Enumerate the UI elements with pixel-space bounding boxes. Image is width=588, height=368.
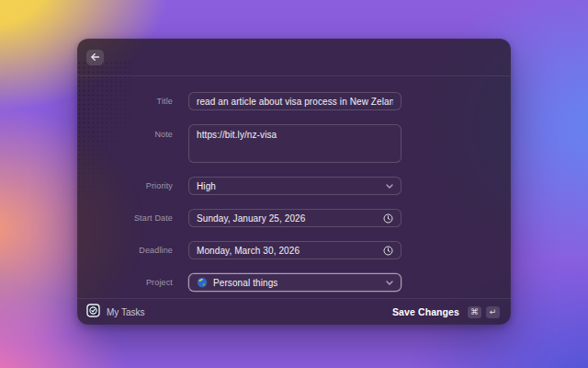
my-tasks-app-icon (86, 304, 100, 321)
globe-icon (197, 277, 208, 288)
priority-dropdown[interactable]: High (188, 177, 401, 195)
desktop-background: Title read an article about visa process… (0, 0, 588, 368)
note-value: https://bit.ly/nz-visa (197, 130, 393, 140)
form-row-deadline: Deadline Monday, March 30, 2026 (77, 241, 511, 259)
edit-task-window: Title read an article about visa process… (77, 39, 511, 325)
form-row-start-date: Start Date Sunday, January 25, 2026 (77, 209, 511, 227)
window-header (77, 39, 511, 76)
task-form: Title read an article about visa process… (77, 76, 511, 292)
command-key-icon: ⌘ (468, 306, 481, 318)
chevron-down-icon (386, 281, 393, 285)
project-label: Project (77, 278, 173, 287)
priority-label: Priority (77, 181, 173, 190)
start-date-label: Start Date (77, 213, 173, 223)
return-key-icon: ↵ (486, 306, 500, 318)
start-date-picker[interactable]: Sunday, January 25, 2026 (188, 209, 401, 227)
app-name: My Tasks (107, 307, 145, 317)
deadline-picker[interactable]: Monday, March 30, 2026 (188, 241, 401, 259)
project-value: Personal things (213, 278, 380, 288)
app-identity: My Tasks (86, 304, 145, 321)
back-button[interactable] (86, 50, 104, 65)
chevron-down-icon (386, 184, 393, 189)
deadline-value: Monday, March 30, 2026 (197, 246, 378, 256)
clock-icon (383, 246, 393, 256)
priority-value: High (197, 181, 380, 191)
deadline-label: Deadline (77, 246, 173, 255)
arrow-left-icon (89, 50, 101, 66)
clock-icon (383, 213, 393, 224)
project-dropdown[interactable]: Personal things (188, 273, 401, 292)
note-textarea[interactable]: https://bit.ly/nz-visa (188, 124, 401, 163)
window-footer: My Tasks Save Changes ⌘ ↵ (77, 298, 511, 325)
title-label: Title (77, 97, 173, 106)
start-date-value: Sunday, January 25, 2026 (197, 213, 378, 224)
save-changes-button[interactable]: Save Changes ⌘ ↵ (390, 304, 502, 321)
form-row-project: Project Personal things (77, 273, 511, 292)
form-row-priority: Priority High (77, 177, 511, 195)
title-input[interactable]: read an article about visa process in Ne… (188, 92, 401, 110)
note-label: Note (77, 124, 173, 139)
form-row-note: Note https://bit.ly/nz-visa (77, 124, 511, 163)
save-changes-label: Save Changes (392, 306, 459, 317)
title-value: read an article about visa process in Ne… (197, 97, 393, 107)
form-row-title: Title read an article about visa process… (77, 92, 511, 110)
